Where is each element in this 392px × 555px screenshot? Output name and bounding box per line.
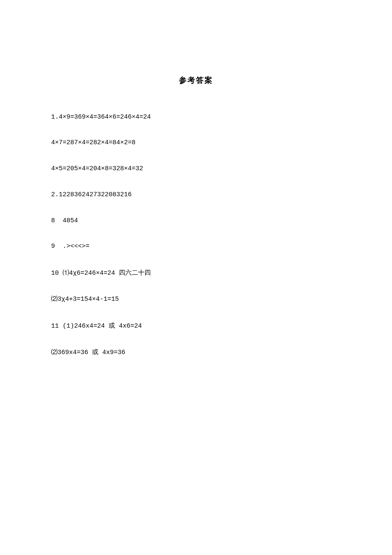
- answer-line-1: 1.4×9=369×4=364×6=246×4=24: [51, 113, 341, 122]
- answer-line-10a: ⑵369x4=36: [51, 349, 92, 356]
- answer-content: 1.4×9=369×4=364×6=246×4=24 4×7=287×4=282…: [51, 96, 341, 375]
- document-page: 参考答案 1.4×9=369×4=364×6=246×4=24 4×7=287×…: [0, 0, 392, 555]
- answer-line-9b: 或: [109, 322, 115, 329]
- answer-line-10b: 或: [92, 349, 98, 355]
- answer-line-2: 4×7=287×4=282×4=84×2=8: [51, 139, 341, 147]
- answer-line-7b: 四六二十四: [119, 269, 151, 276]
- answer-line-4: 2.1228362427322083216: [51, 191, 341, 199]
- answer-line-7a: 10 ⑴4χ6=246×4=24: [51, 270, 119, 277]
- answer-line-3: 4×5=205×4=204×8=328×4=32: [51, 165, 341, 173]
- answer-line-10: ⑵369x4=36 或 4x9=36: [51, 348, 341, 357]
- answer-line-9a: 11 (1)246x4=24: [51, 323, 109, 330]
- answer-line-5: 8 4854: [51, 217, 341, 225]
- answer-line-6: 9 .><<<>=: [51, 242, 341, 251]
- answer-line-10c: 4x9=36: [98, 349, 125, 356]
- answer-line-7: 10 ⑴4χ6=246×4=24 四六二十四: [51, 268, 341, 278]
- answer-line-8: ⑵3χ4+3=154×4-1=15: [51, 295, 341, 304]
- answer-line-9c: 4x6=24: [115, 323, 142, 330]
- page-title: 参考答案: [51, 75, 341, 85]
- answer-line-9: 11 (1)246x4=24 或 4x6=24: [51, 321, 341, 331]
